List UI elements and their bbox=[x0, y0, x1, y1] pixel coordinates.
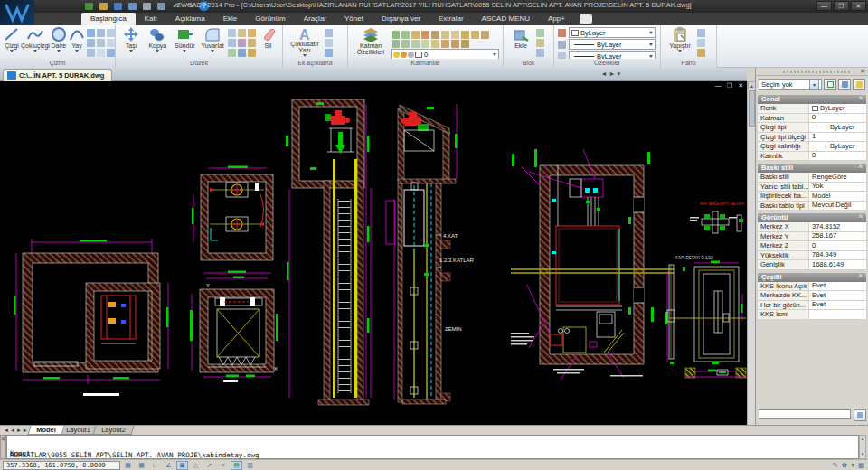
dropdown-caret-icon[interactable] bbox=[10, 50, 14, 52]
dropdown-caret-icon[interactable] bbox=[57, 50, 61, 52]
region-icon[interactable] bbox=[97, 39, 105, 47]
tab-disariya-ver[interactable]: Dışarıya ver bbox=[373, 13, 429, 25]
prop-row[interactable]: Katman0 bbox=[758, 114, 866, 124]
tab-baslangica[interactable]: Başlangıca bbox=[81, 13, 136, 25]
tab-ascad-menu[interactable]: ASCAD MENU bbox=[473, 13, 539, 25]
circle-button[interactable]: Daire bbox=[50, 26, 68, 57]
model-space-icon[interactable]: ▤ bbox=[231, 461, 242, 470]
command-prompt[interactable]: Komut: bbox=[10, 450, 34, 458]
layer-walk-icon[interactable] bbox=[392, 40, 400, 48]
array-icon[interactable] bbox=[248, 39, 256, 47]
panel-search-box[interactable] bbox=[759, 409, 851, 419]
hatch-icon[interactable] bbox=[87, 39, 95, 47]
spline-icon[interactable] bbox=[97, 29, 105, 37]
layer-iso-icon[interactable] bbox=[451, 31, 459, 39]
vertical-scrollbar[interactable]: ▲ bbox=[747, 81, 755, 425]
dropdown-caret-icon[interactable] bbox=[649, 32, 653, 34]
zwcad-logo[interactable] bbox=[0, 0, 34, 25]
quick-select-button[interactable] bbox=[824, 79, 836, 90]
layer-merge-icon[interactable] bbox=[401, 40, 410, 48]
layer-freeze-icon[interactable] bbox=[401, 31, 410, 39]
revcloud-icon[interactable] bbox=[97, 49, 105, 57]
layer-match-icon[interactable] bbox=[431, 31, 439, 39]
ellipse-icon[interactable] bbox=[87, 29, 95, 37]
prop-row[interactable]: Çizgi tipiByLayer bbox=[758, 123, 866, 133]
drawing-canvas[interactable]: — ❐ ✕ .dim{stroke:#e000e0;stroke-width:.… bbox=[0, 81, 747, 425]
mirror-icon[interactable] bbox=[228, 39, 236, 47]
layer-color-icon[interactable] bbox=[421, 31, 429, 39]
table-icon[interactable] bbox=[325, 49, 333, 57]
layer-lock-icon[interactable] bbox=[411, 31, 420, 39]
prop-row[interactable]: Merkez Y258.167 bbox=[758, 232, 866, 242]
dropdown-caret-icon[interactable] bbox=[493, 53, 496, 56]
panel-header[interactable]: ✕ bbox=[756, 68, 868, 76]
layer-delete-icon[interactable] bbox=[411, 40, 420, 48]
tab-yonet[interactable]: Yönet bbox=[335, 13, 373, 25]
join-icon[interactable] bbox=[248, 49, 256, 57]
attribute-icon[interactable] bbox=[536, 49, 544, 57]
leader-icon[interactable] bbox=[325, 39, 333, 47]
collapse-chevron-icon[interactable]: ^ bbox=[859, 213, 863, 222]
rotate-icon[interactable] bbox=[248, 29, 256, 37]
command-line[interactable]: RUHSATLAR\0055 SELİN APT\SELİN APT. AVAN… bbox=[6, 435, 859, 459]
layer-uniso-icon[interactable] bbox=[461, 31, 469, 39]
selection-combo[interactable]: Seçim yok ▾ bbox=[759, 79, 822, 90]
prop-row[interactable]: KKS İsmi bbox=[758, 310, 866, 320]
dropdown-caret-icon[interactable] bbox=[649, 43, 653, 46]
command-close-icon[interactable]: ✕ bbox=[1, 437, 5, 442]
clean-screen-icon[interactable]: ▦ bbox=[858, 461, 864, 469]
settings-icon[interactable]: ✿ bbox=[842, 461, 847, 469]
dimension-icon[interactable] bbox=[325, 29, 333, 37]
polygon-icon[interactable] bbox=[107, 39, 115, 47]
prop-row[interactable]: Baskı tablo tipiMevcut Değil bbox=[758, 202, 866, 212]
polar-icon[interactable]: ∠ bbox=[163, 461, 175, 470]
section-header-baski-stili[interactable]: Baskı stili^ bbox=[758, 164, 866, 173]
create-block-icon[interactable] bbox=[536, 29, 544, 37]
scroll-thumb[interactable] bbox=[749, 90, 755, 127]
collapse-chevron-icon[interactable]: ^ bbox=[859, 95, 863, 104]
close-button[interactable]: ✕ bbox=[851, 1, 866, 11]
move-button[interactable]: Taşı bbox=[118, 26, 144, 57]
restore-button[interactable]: ❐ bbox=[834, 1, 849, 11]
doctab-prev-icon[interactable]: ◄ bbox=[601, 70, 609, 77]
prop-row[interactable]: Genişlik1688.6149 bbox=[758, 260, 866, 270]
stretch-button[interactable]: Sündür bbox=[171, 26, 198, 57]
mdi-restore-icon[interactable]: ❐ bbox=[727, 82, 732, 89]
edit-block-icon[interactable] bbox=[536, 39, 544, 47]
prop-row[interactable]: Baskı stiliRengeGöre bbox=[758, 173, 866, 183]
command-scrollbar[interactable]: ▲▼ bbox=[859, 435, 866, 459]
otrack-icon[interactable]: △ bbox=[190, 461, 202, 470]
prop-row[interactable]: Yazıcı stili tabl...Yok bbox=[758, 183, 866, 193]
mdi-close-icon[interactable]: ✕ bbox=[738, 82, 743, 89]
lineweight-icon[interactable]: ≡ bbox=[217, 461, 229, 470]
insert-block-button[interactable]: Ekle bbox=[506, 26, 535, 57]
doctab-list-icon[interactable]: ▾ bbox=[617, 70, 622, 77]
layer-thaw-icon[interactable] bbox=[481, 31, 489, 39]
select-objects-button[interactable] bbox=[838, 79, 851, 90]
mtext-button[interactable]: A Çoklusatır Yazı bbox=[286, 26, 324, 57]
cut-icon[interactable] bbox=[697, 29, 705, 37]
grid-icon[interactable]: ▦ bbox=[122, 461, 134, 470]
prop-row[interactable]: Yükseklik784.949 bbox=[758, 251, 866, 261]
minimize-button[interactable]: — bbox=[816, 1, 832, 11]
point-icon[interactable] bbox=[87, 49, 95, 57]
offset-icon[interactable] bbox=[238, 29, 246, 37]
line-button[interactable]: Çizgi bbox=[3, 26, 21, 57]
tab-layout2[interactable]: Layout2 bbox=[93, 426, 135, 435]
panel-settings-button[interactable] bbox=[854, 409, 866, 421]
tab-kati[interactable]: Katı bbox=[136, 13, 166, 25]
tab-araclar[interactable]: Araçlar bbox=[295, 13, 335, 25]
prop-row[interactable]: KKS İkonu AçıkEvet bbox=[758, 282, 866, 292]
prop-row[interactable]: Kalınlık0 bbox=[758, 152, 866, 162]
osnap-icon[interactable]: ▣ bbox=[176, 461, 188, 470]
donut-icon[interactable] bbox=[107, 49, 115, 57]
document-tab[interactable]: C:\...İN APT. 5 DURAK.dwg bbox=[3, 69, 112, 81]
status-ok-icon[interactable]: ▾ bbox=[851, 461, 854, 469]
paste-button[interactable]: Yapıştır bbox=[664, 26, 696, 57]
rectangle-icon[interactable] bbox=[107, 29, 115, 37]
dropdown-caret-icon[interactable] bbox=[75, 50, 79, 52]
dropdown-caret-icon[interactable] bbox=[129, 50, 133, 52]
collapse-chevron-icon[interactable]: ^ bbox=[859, 273, 863, 282]
layer-copy-icon[interactable] bbox=[451, 40, 459, 48]
copy-clip-icon[interactable] bbox=[697, 39, 705, 47]
